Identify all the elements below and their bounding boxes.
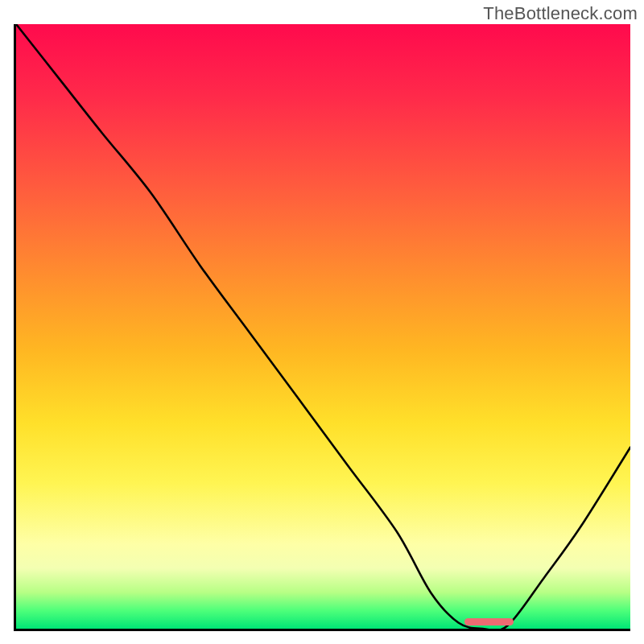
optimal-marker xyxy=(464,618,514,625)
plot-frame xyxy=(14,24,630,631)
chart-container: TheBottleneck.com xyxy=(0,0,644,644)
curve-layer xyxy=(16,24,630,629)
watermark-label: TheBottleneck.com xyxy=(483,3,638,24)
bottleneck-curve xyxy=(16,24,630,629)
